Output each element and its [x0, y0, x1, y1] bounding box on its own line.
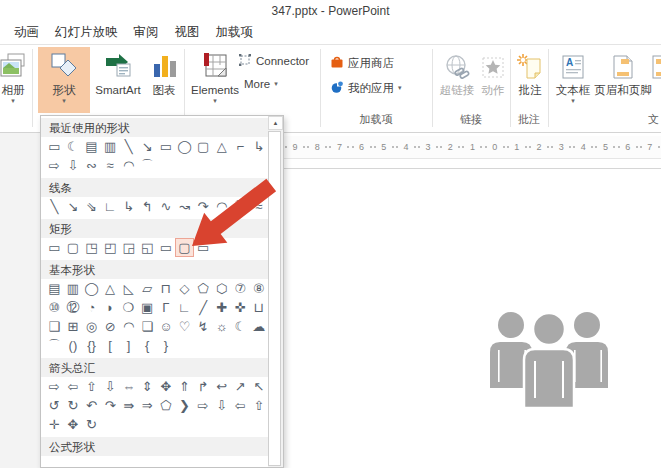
shape-frame[interactable]: ▣ — [138, 298, 157, 317]
shape-cube[interactable]: ❑ — [45, 317, 64, 336]
shape-line-double-arrow[interactable]: ⇘ — [82, 197, 101, 216]
shape-snip-same-side-corner-rectangle[interactable]: ◰ — [101, 238, 120, 257]
shape-line[interactable]: ╲ — [45, 197, 64, 216]
shapes-button[interactable]: 形状 ▾ — [38, 47, 90, 113]
shape-curved-right-arrow[interactable]: ↻ — [64, 396, 83, 415]
shape-moon[interactable]: ☾ — [64, 137, 83, 156]
shape-rounded-rectangle[interactable]: ▢ — [194, 137, 213, 156]
shape-bevel[interactable]: ⊞ — [64, 317, 83, 336]
shape-isoceles-triangle[interactable]: △ — [212, 137, 231, 156]
more-button[interactable]: More ▾ — [244, 78, 278, 90]
shape-parallelogram[interactable]: ▱ — [138, 279, 157, 298]
shape-right-triangle[interactable]: ◺ — [119, 279, 138, 298]
shape-elbow-connector[interactable]: ⌐ — [231, 137, 250, 156]
shape-line-arrow[interactable]: ↘ — [138, 137, 157, 156]
shape-up-arrow-callout[interactable]: ⇧ — [250, 396, 269, 415]
shape-down-arrow[interactable]: ⇩ — [101, 377, 120, 396]
shape-cloud[interactable]: ☁ — [250, 317, 269, 336]
header-footer-button[interactable]: 页眉和页脚 — [594, 47, 652, 96]
shape-block-arc[interactable]: ◠ — [119, 317, 138, 336]
shape-teardrop[interactable]: ❍ — [119, 298, 138, 317]
shape-plaque[interactable]: ✜ — [231, 298, 250, 317]
shape-cross[interactable]: ✚ — [212, 298, 231, 317]
shape-u-turn-arrow[interactable]: ↩ — [212, 377, 231, 396]
shape-curve[interactable]: ◠ — [212, 197, 231, 216]
shape-diamond[interactable]: ◇ — [175, 279, 194, 298]
shape-elbow-arrow-connector[interactable]: ↳ — [250, 137, 269, 156]
shape-striped-right-arrow[interactable]: ⇛ — [119, 396, 138, 415]
shape-text-box[interactable]: ▤ — [45, 279, 64, 298]
slide-canvas[interactable] — [284, 169, 661, 468]
shape-left-arrow[interactable]: ⇦ — [64, 377, 83, 396]
shape-l-shape[interactable]: ∟ — [175, 298, 194, 317]
shape-sun[interactable]: ☼ — [212, 317, 231, 336]
shape-heptagon[interactable]: ⑦ — [231, 279, 250, 298]
shape-line-arrow[interactable]: ↘ — [64, 197, 83, 216]
shape-quad-arrow-callout[interactable]: ✥ — [64, 415, 83, 434]
shape-half-frame[interactable]: Γ — [157, 298, 176, 317]
shape-double-bracket[interactable]: () — [64, 336, 83, 355]
shape-curve[interactable]: ⌒ — [138, 156, 157, 175]
shape-heart[interactable]: ♡ — [175, 317, 194, 336]
shape-left-right-up-arrow[interactable]: ⇑ — [175, 377, 194, 396]
shape-decagon[interactable]: ⑩ — [45, 298, 64, 317]
shape-down-arrow-callout[interactable]: ⇩ — [212, 396, 231, 415]
shape-trapezoid[interactable]: ⊓ — [157, 279, 176, 298]
shape-quad-arrow[interactable]: ✥ — [157, 377, 176, 396]
shape-pentagon-arrow[interactable]: ⬠ — [157, 396, 176, 415]
shape-scribble[interactable]: ≈ — [250, 197, 269, 216]
shape-regular-pentagon[interactable]: ⬠ — [194, 279, 213, 298]
shape-elbow-connector[interactable]: ∟ — [101, 197, 120, 216]
tab-view[interactable]: 视图 — [175, 24, 200, 41]
elements-button[interactable]: Elements ▾ — [190, 47, 240, 104]
tab-review[interactable]: 审阅 — [134, 24, 159, 41]
shape-circular-arrow[interactable]: ↻ — [82, 415, 101, 434]
menu-scrollbar[interactable]: ▲ — [268, 116, 283, 467]
shape-octagon[interactable]: ⑧ — [250, 279, 269, 298]
shape-curved-left-arrow[interactable]: ↺ — [45, 396, 64, 415]
shape-up-down-arrow[interactable]: ⇕ — [138, 377, 157, 396]
shape-arc[interactable]: ⌒ — [45, 336, 64, 355]
textbox-button[interactable]: A 文本框 ▾ — [552, 47, 594, 104]
shape-snip-diagonal-corner-rectangle[interactable]: ◲ — [119, 238, 138, 257]
shape-folded-corner[interactable]: ❏ — [138, 317, 157, 336]
shape-donut[interactable]: ◎ — [82, 317, 101, 336]
shape-rectangle[interactable]: ▭ — [45, 238, 64, 257]
scrollbar-thumb[interactable] — [268, 131, 281, 466]
shape-left-bracket[interactable]: [ — [101, 336, 120, 355]
shape-curved-arrow-connector[interactable]: ↝ — [175, 197, 194, 216]
shape-notched-right-arrow[interactable]: ⇒ — [138, 396, 157, 415]
shape-round-same-side-corner-rectangle[interactable]: ▢ — [175, 238, 194, 257]
shape-curved-connector[interactable]: ∿ — [157, 197, 176, 216]
shape-right-arrow[interactable]: ⇨ — [45, 156, 64, 175]
shape-rectangle-2[interactable]: ▭ — [157, 137, 176, 156]
my-apps-button[interactable]: 我的应用 ▾ — [330, 80, 402, 96]
tab-slideshow[interactable]: 幻灯片放映 — [55, 24, 118, 41]
shape-down-arrow[interactable]: ⇩ — [64, 156, 83, 175]
shape-text-box[interactable]: ▤ — [82, 137, 101, 156]
shape-vertical-text-box[interactable]: ▥ — [101, 137, 120, 156]
shape-left-up-arrow[interactable]: ↖ — [250, 377, 269, 396]
shape-scribble[interactable]: ≈ — [101, 156, 120, 175]
shape-pie[interactable]: ◔ — [82, 298, 101, 317]
slide-number-button-partial[interactable] — [648, 47, 661, 81]
tab-addins[interactable]: 加载项 — [216, 24, 254, 41]
shape-elbow-double-arrow-connector[interactable]: ↰ — [138, 197, 157, 216]
shape-left-arrow-callout[interactable]: ⇦ — [231, 396, 250, 415]
shape-chevron[interactable]: ❯ — [175, 396, 194, 415]
shape-right-arrow-callout[interactable]: ⇨ — [194, 396, 213, 415]
shape-up-arrow[interactable]: ⇧ — [82, 377, 101, 396]
shape-curved-up-arrow[interactable]: ↶ — [82, 396, 101, 415]
action-button[interactable]: 动作 — [478, 47, 508, 96]
shape-oval[interactable]: ◯ — [175, 137, 194, 156]
photo-album-button[interactable]: 相册 ▾ — [0, 47, 36, 104]
shape-rectangle[interactable]: ▭ — [45, 137, 64, 156]
shape-bent-arrow[interactable]: ↱ — [194, 377, 213, 396]
scrollbar-up-icon[interactable]: ▲ — [268, 116, 283, 130]
shape-round-single-corner-rectangle[interactable]: ▭ — [157, 238, 176, 257]
shape-snip-single-corner-rectangle[interactable]: ◳ — [82, 238, 101, 257]
shape-double-brace[interactable]: {} — [82, 336, 101, 355]
shape-freeform[interactable]: ⌒ — [231, 197, 250, 216]
shape-right-brace[interactable]: } — [157, 336, 176, 355]
shape-left-brace[interactable]: { — [138, 336, 157, 355]
